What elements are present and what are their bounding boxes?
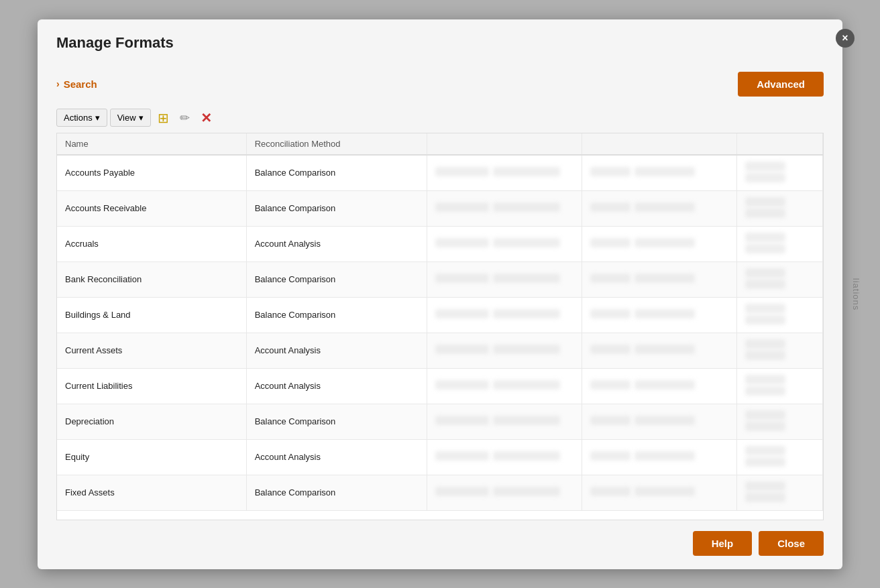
col-header-extra1 — [427, 133, 582, 155]
table-row[interactable]: Accounts ReceivableBalance Comparison — [57, 190, 823, 226]
cell-extra-2 — [736, 475, 822, 510]
help-button[interactable]: Help — [693, 531, 753, 556]
right-side-label: liations — [851, 278, 861, 310]
modal-header: Manage Formats — [38, 19, 842, 60]
table-row[interactable]: Fixed AssetsBalance Comparison — [57, 475, 823, 510]
actions-arrow-icon: ▾ — [95, 113, 100, 123]
view-arrow-icon: ▾ — [139, 113, 144, 123]
cell-name: Fixed Assets — [57, 475, 246, 510]
delete-button[interactable]: ✕ — [197, 107, 216, 129]
cell-extra-0 — [427, 333, 582, 368]
cell-method: Account Analysis — [246, 333, 427, 368]
table-row[interactable]: Buildings & LandBalance Comparison — [57, 297, 823, 333]
cell-extra-1 — [582, 333, 736, 368]
cell-extra-2 — [736, 190, 822, 226]
cell-name: Buildings & Land — [57, 297, 246, 333]
table-row[interactable]: Accounts PayableBalance Comparison — [57, 155, 823, 191]
cell-extra-2 — [736, 226, 822, 261]
manage-formats-modal: × Manage Formats › Search Advanced Actio… — [38, 19, 842, 569]
actions-label: Actions — [64, 113, 93, 123]
cell-name: Current Liabilities — [57, 368, 246, 404]
cell-extra-0 — [427, 155, 582, 191]
col-header-reconciliation: Reconciliation Method — [246, 133, 427, 155]
cell-extra-0 — [427, 368, 582, 404]
formats-table-container: Name Reconciliation Method Accounts Paya… — [56, 133, 824, 520]
add-button[interactable]: ⊞ — [154, 107, 173, 129]
table-row[interactable]: EquityAccount Analysis — [57, 439, 823, 475]
cell-extra-0 — [427, 226, 582, 261]
cell-method: Balance Comparison — [246, 155, 427, 191]
search-label: Search — [64, 78, 97, 90]
advanced-button[interactable]: Advanced — [738, 72, 824, 97]
cell-extra-0 — [427, 439, 582, 475]
cell-method: Balance Comparison — [246, 190, 427, 226]
cell-extra-0 — [427, 190, 582, 226]
x-icon: × — [842, 32, 848, 44]
cell-name: Bank Reconciliation — [57, 261, 246, 297]
edit-button[interactable]: ✏ — [176, 108, 194, 128]
col-header-name: Name — [57, 133, 246, 155]
cell-method: Account Analysis — [246, 226, 427, 261]
cell-name: Accounts Receivable — [57, 190, 246, 226]
toolbar: Actions ▾ View ▾ ⊞ ✏ ✕ — [38, 103, 842, 133]
cell-extra-1 — [582, 261, 736, 297]
table-row[interactable]: AccrualsAccount Analysis — [57, 226, 823, 261]
cell-extra-1 — [582, 368, 736, 404]
cell-extra-1 — [582, 226, 736, 261]
delete-icon: ✕ — [201, 110, 212, 126]
table-row[interactable]: Bank ReconciliationBalance Comparison — [57, 261, 823, 297]
formats-table: Name Reconciliation Method Accounts Paya… — [57, 133, 823, 511]
cell-name: Depreciation — [57, 404, 246, 439]
cell-extra-0 — [427, 261, 582, 297]
cell-name: Accruals — [57, 226, 246, 261]
view-label: View — [117, 113, 136, 123]
table-scroll-area[interactable]: Name Reconciliation Method Accounts Paya… — [57, 133, 823, 520]
view-dropdown-button[interactable]: View ▾ — [110, 109, 151, 127]
cell-extra-0 — [427, 297, 582, 333]
cell-method: Balance Comparison — [246, 261, 427, 297]
cell-extra-2 — [736, 261, 822, 297]
search-toggle-button[interactable]: › Search — [56, 78, 97, 90]
search-arrow-icon: › — [56, 78, 60, 89]
cell-extra-1 — [582, 297, 736, 333]
cell-name: Equity — [57, 439, 246, 475]
cell-method: Balance Comparison — [246, 404, 427, 439]
close-icon-button[interactable]: × — [836, 29, 855, 48]
cell-extra-0 — [427, 475, 582, 510]
table-row[interactable]: DepreciationBalance Comparison — [57, 404, 823, 439]
modal-footer: Help Close — [38, 520, 842, 569]
cell-name: Accounts Payable — [57, 155, 246, 191]
pencil-icon: ✏ — [180, 111, 190, 125]
modal-title: Manage Formats — [56, 34, 174, 51]
actions-dropdown-button[interactable]: Actions ▾ — [56, 109, 107, 127]
search-row: › Search Advanced — [38, 60, 842, 103]
cell-extra-2 — [736, 368, 822, 404]
cell-extra-1 — [582, 190, 736, 226]
cell-extra-1 — [582, 439, 736, 475]
cell-extra-1 — [582, 404, 736, 439]
table-row[interactable]: Current AssetsAccount Analysis — [57, 333, 823, 368]
cell-method: Balance Comparison — [246, 297, 427, 333]
col-header-extra3 — [736, 133, 822, 155]
cell-method: Account Analysis — [246, 368, 427, 404]
cell-extra-2 — [736, 155, 822, 191]
cell-extra-0 — [427, 404, 582, 439]
close-button[interactable]: Close — [759, 531, 824, 556]
cell-extra-2 — [736, 404, 822, 439]
cell-extra-2 — [736, 439, 822, 475]
col-header-extra2 — [582, 133, 736, 155]
cell-method: Account Analysis — [246, 439, 427, 475]
table-row[interactable]: Current LiabilitiesAccount Analysis — [57, 368, 823, 404]
cell-extra-2 — [736, 333, 822, 368]
add-icon: ⊞ — [158, 110, 169, 126]
page-overlay: × Manage Formats › Search Advanced Actio… — [0, 0, 880, 588]
cell-extra-1 — [582, 475, 736, 510]
cell-extra-1 — [582, 155, 736, 191]
cell-extra-2 — [736, 297, 822, 333]
cell-name: Current Assets — [57, 333, 246, 368]
cell-method: Balance Comparison — [246, 475, 427, 510]
